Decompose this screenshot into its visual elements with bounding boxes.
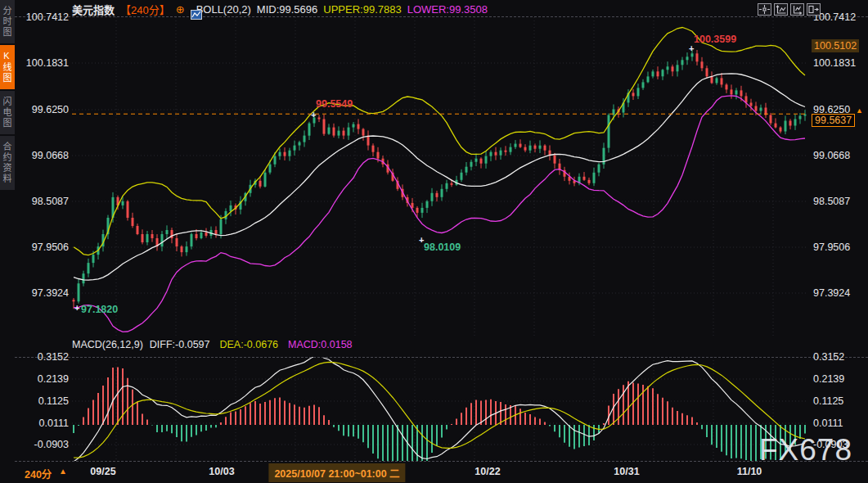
boll-label: BOLL(20,2) xyxy=(196,3,251,16)
sidebar-tab-合约资料[interactable]: 合约资料 xyxy=(0,136,15,190)
symbol-title: 美元指数 xyxy=(72,2,115,17)
sidebar-tab-K线图[interactable]: K线图 xyxy=(0,45,15,89)
extreme-cross-marker: + xyxy=(74,303,79,313)
price-axis-label-left: 99.0668 xyxy=(15,150,69,161)
price-axis-label-right: 98.5087 xyxy=(813,196,850,207)
macd-chart[interactable] xyxy=(72,357,808,461)
price-axis-label-left: 98.5087 xyxy=(15,196,69,207)
axis-scale-right-icon[interactable] xyxy=(790,3,804,16)
price-axis-label-left: 97.3924 xyxy=(15,287,69,299)
macd-panel-top-divider xyxy=(15,357,868,358)
chart-toolbar xyxy=(758,3,821,16)
x-axis-date-label: 09/25 xyxy=(90,466,115,477)
crosshair-date-badge: 2025/10/07 21:00~01:00 二 xyxy=(268,463,405,482)
price-up-arrow-icon: ▲ xyxy=(856,106,863,115)
macd-dea-value: DEA:-0.0676 xyxy=(219,339,278,350)
sidebar-tab-闪电图[interactable]: 闪电图 xyxy=(0,91,15,134)
boll-upper-value: UPPER:99.7883 xyxy=(323,3,401,16)
boll-mid-value: MID:99.5696 xyxy=(257,3,317,16)
price-axis-label-right: 100.1831 xyxy=(813,57,856,69)
period-arrow-icon[interactable]: ▲ xyxy=(59,467,67,476)
extreme-cross-marker: + xyxy=(311,110,316,120)
extreme-cross-marker: + xyxy=(419,235,424,245)
x-axis-date-label: 10/22 xyxy=(474,466,500,477)
x-axis-date-label: 10/03 xyxy=(209,466,234,477)
price-axis-label-right: 97.9506 xyxy=(813,242,850,253)
macd-axis-label-right: 0.2139 xyxy=(813,373,844,385)
price-annotation: 100.3599 xyxy=(694,34,736,45)
macd-macd-value: MACD:0.0158 xyxy=(288,339,353,350)
macd-title: MACD(26,12,9) xyxy=(72,339,143,350)
price-annotation: 99.5549 xyxy=(316,98,353,110)
period-selector[interactable]: 240分 xyxy=(25,466,52,481)
macd-axis-label-left: 0.0111 xyxy=(15,418,69,429)
macd-diff-value: DIFF:-0.0597 xyxy=(150,339,210,350)
macd-readout: MACD(26,12,9) DIFF:-0.0597 DEA:-0.0676 M… xyxy=(72,339,353,350)
macd-axis-label-right: 0.1125 xyxy=(813,395,843,407)
price-axis-label-right: 99.0668 xyxy=(813,150,850,161)
add-indicator-icon[interactable]: ⊕ xyxy=(176,4,185,15)
price-axis-label-left: 97.9506 xyxy=(15,242,69,253)
macd-axis-label-left: 0.3152 xyxy=(15,351,69,363)
axis-scale-up-icon[interactable] xyxy=(774,3,788,16)
macd-axis-label-right: 0.0111 xyxy=(813,418,843,429)
period-tag: 【240分】 xyxy=(120,2,170,17)
price-axis-label-left: 100.7412 xyxy=(15,11,69,23)
boll-lower-value: LOWER:99.3508 xyxy=(407,3,488,16)
macd-axis-label-left: 0.1125 xyxy=(15,395,69,407)
extreme-cross-marker: + xyxy=(689,43,694,53)
price-axis-label-right: 97.3924 xyxy=(813,287,850,299)
indicator-bar: 美元指数 【240分】 ⊕ BOLL(20,2) MID:99.5696 UPP… xyxy=(72,2,488,16)
macd-axis-label-left: -0.0903 xyxy=(15,439,69,450)
macd-axis-label-right: 0.3152 xyxy=(813,351,844,363)
x-axis-date-label: 11/10 xyxy=(737,466,762,477)
price-axis-label-left: 100.1831 xyxy=(15,57,69,69)
price-annotation: 97.1820 xyxy=(81,304,118,315)
x-axis-divider xyxy=(15,461,868,462)
crosshair-icon[interactable] xyxy=(758,3,771,16)
x-axis-date-label: 10/31 xyxy=(614,466,639,477)
price-annotation: 98.0109 xyxy=(424,242,461,253)
macd-axis-label-left: 0.2139 xyxy=(15,373,69,385)
exit-right-icon[interactable] xyxy=(807,3,821,16)
crosshair-price-badge: 100.5102 xyxy=(812,39,859,52)
current-price-badge: 99.5637 xyxy=(812,114,855,127)
price-axis-label-left: 99.6250 xyxy=(15,104,69,115)
price-chart[interactable] xyxy=(72,17,808,337)
fx678-watermark: FX678 xyxy=(759,433,852,467)
sidebar-tabs: 分时图K线图闪电图合约资料 xyxy=(0,0,15,483)
sidebar-tab-分时图[interactable]: 分时图 xyxy=(0,0,15,43)
